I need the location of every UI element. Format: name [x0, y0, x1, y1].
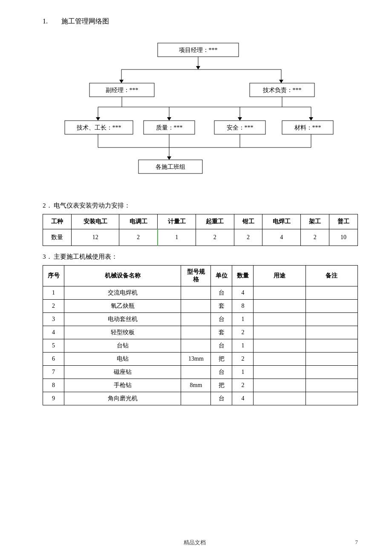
svg-text:副经理：***: 副经理：***	[106, 87, 138, 93]
labor-header-3: 计量工	[158, 214, 196, 229]
machinery-cell-0-5	[254, 286, 306, 300]
svg-marker-6	[119, 80, 124, 83]
machinery-cell-4-2	[181, 339, 211, 353]
section2-heading: 电气仪表安装劳动力安排：	[54, 202, 130, 209]
labor-row-label: 数量	[43, 229, 72, 246]
machinery-cell-8-5	[254, 392, 306, 405]
labor-val-4: 2	[234, 229, 262, 246]
svg-marker-10	[279, 80, 283, 83]
svg-text:质量：***: 质量：***	[156, 124, 183, 131]
svg-text:技术、工长：***: 技术、工长：***	[76, 124, 121, 131]
machinery-cell-7-5	[254, 379, 306, 392]
machinery-cell-6-2	[181, 366, 211, 379]
machinery-cell-4-3: 台	[211, 339, 232, 353]
machinery-cell-0-2	[181, 286, 211, 300]
machinery-cell-6-6	[306, 366, 357, 379]
labor-header-4: 起重工	[196, 214, 234, 229]
section3-heading: 主要施工机械使用表：	[54, 253, 118, 260]
machinery-cell-0-3: 台	[211, 286, 232, 300]
machinery-row: 2氧乙炔瓶套8	[43, 300, 358, 313]
machinery-cell-6-1: 磁座钻	[64, 366, 181, 379]
machinery-row: 6电钻13mm把2	[43, 353, 358, 366]
machinery-cell-3-0: 4	[43, 326, 64, 339]
svg-marker-3	[196, 66, 200, 69]
machinery-cell-4-6	[306, 339, 357, 353]
machinery-cell-2-1: 电动套丝机	[64, 313, 181, 326]
org-chart: 项目经理：*** 副经理：*** 技术负责：*** 技术、工长：*** 质量：*…	[55, 39, 345, 179]
footer-page: 7	[355, 539, 358, 546]
machinery-row: 9角向磨光机台4	[43, 392, 358, 405]
machinery-cell-4-1: 台钻	[64, 339, 181, 353]
labor-table: 工种 安装电工 电调工 计量工 起重工 钳工 电焊工 架工 普工 数量 12 2…	[43, 214, 358, 246]
labor-val-6: 2	[301, 229, 329, 246]
machinery-cell-5-6	[306, 353, 357, 366]
machinery-cell-3-4: 2	[232, 326, 254, 339]
machinery-cell-6-0: 7	[43, 366, 64, 379]
machinery-cell-7-0: 8	[43, 379, 64, 392]
machinery-cell-2-6	[306, 313, 357, 326]
mach-header-1: 机械设备名称	[64, 266, 181, 286]
machinery-cell-7-4: 2	[232, 379, 254, 392]
machinery-cell-5-1: 电钻	[64, 353, 181, 366]
machinery-cell-1-5	[254, 300, 306, 313]
labor-val-0: 12	[71, 229, 119, 246]
machinery-row: 5台钻台1	[43, 339, 358, 353]
machinery-cell-0-4: 4	[232, 286, 254, 300]
machinery-cell-5-5	[254, 353, 306, 366]
machinery-cell-1-2	[181, 300, 211, 313]
mach-header-2: 型号规格	[181, 266, 211, 286]
svg-marker-21	[167, 117, 171, 121]
machinery-cell-3-5	[254, 326, 306, 339]
machinery-cell-2-3: 台	[211, 313, 232, 326]
svg-text:项目经理：***: 项目经理：***	[179, 47, 218, 53]
machinery-cell-2-2	[181, 313, 211, 326]
machinery-cell-5-3: 把	[211, 353, 232, 366]
section2-number: 2．	[43, 202, 52, 209]
section3-title: 3． 主要施工机械使用表：	[43, 253, 358, 261]
machinery-cell-3-2	[181, 326, 211, 339]
machinery-cell-4-0: 5	[43, 339, 64, 353]
svg-marker-29	[309, 117, 313, 121]
machinery-cell-7-3: 把	[211, 379, 232, 392]
machinery-cell-6-3: 台	[211, 366, 232, 379]
machinery-cell-7-1: 手枪钻	[64, 379, 181, 392]
machinery-cell-3-6	[306, 326, 357, 339]
labor-val-7: 10	[329, 229, 358, 246]
machinery-cell-6-4: 1	[232, 366, 254, 379]
mach-header-6: 备注	[306, 266, 357, 286]
machinery-cell-3-3: 套	[211, 326, 232, 339]
machinery-table: 序号 机械设备名称 型号规格 单位 数量 用途 备注 1交流电焊机台42氧乙炔瓶…	[43, 265, 358, 405]
labor-val-1: 2	[119, 229, 158, 246]
labor-val-2: 1	[158, 229, 196, 246]
machinery-row: 7磁座钻台1	[43, 366, 358, 379]
labor-header-8: 普工	[329, 214, 358, 229]
footer-center: 精品文档	[184, 539, 206, 546]
machinery-cell-8-6	[306, 392, 357, 405]
machinery-cell-4-4: 1	[232, 339, 254, 353]
labor-header-1: 安装电工	[71, 214, 119, 229]
svg-text:材料：***: 材料：***	[294, 124, 321, 131]
machinery-cell-1-1: 氧乙炔瓶	[64, 300, 181, 313]
machinery-cell-8-4: 4	[232, 392, 254, 405]
section2-title: 2． 电气仪表安装劳动力安排：	[43, 202, 358, 210]
labor-header-2: 电调工	[119, 214, 158, 229]
machinery-cell-8-2	[181, 392, 211, 405]
machinery-cell-0-6	[306, 286, 357, 300]
machinery-cell-8-3: 台	[211, 392, 232, 405]
svg-text:安全：***: 安全：***	[227, 124, 254, 131]
labor-header-7: 架工	[301, 214, 329, 229]
svg-marker-25	[238, 117, 242, 121]
mach-header-3: 单位	[211, 266, 232, 286]
machinery-cell-2-4: 1	[232, 313, 254, 326]
machinery-cell-6-5	[254, 366, 306, 379]
labor-header-5: 钳工	[234, 214, 262, 229]
svg-text:技术负责：***: 技术负责：***	[262, 87, 302, 93]
machinery-cell-0-1: 交流电焊机	[64, 286, 181, 300]
svg-marker-17	[96, 117, 100, 121]
machinery-cell-7-6	[306, 379, 357, 392]
section1-title: 1. 施工管理网络图	[43, 17, 358, 26]
mach-header-5: 用途	[254, 266, 306, 286]
machinery-cell-7-2: 8mm	[181, 379, 211, 392]
machinery-row: 3电动套丝机台1	[43, 313, 358, 326]
labor-header-6: 电焊工	[262, 214, 301, 229]
